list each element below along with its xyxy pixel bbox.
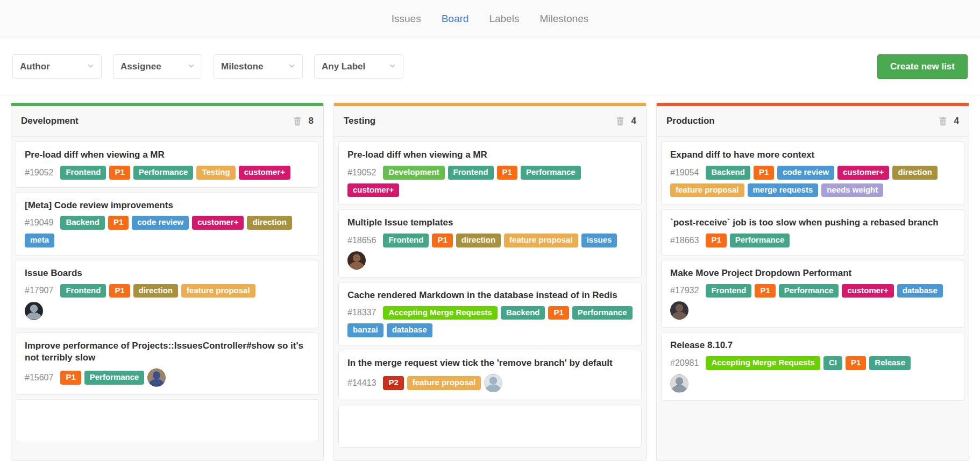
label-badge-customer[interactable]: customer+	[842, 284, 893, 298]
card-meta: #14413P2feature proposal	[347, 374, 633, 392]
label-badge-customer[interactable]: customer+	[192, 216, 244, 230]
label-badge-customer[interactable]: customer+	[347, 183, 399, 197]
tab-labels[interactable]: Labels	[489, 13, 519, 25]
avatar	[347, 251, 366, 270]
label-badge-performance[interactable]: Performance	[779, 284, 839, 298]
issue-card[interactable]: Cache rendered Markdown in the database …	[338, 282, 642, 345]
label-badge-feature-proposal[interactable]: feature proposal	[181, 284, 255, 298]
issue-card[interactable]: Issue Boards#17907FrontendP1directionfea…	[16, 260, 319, 329]
column-tools: 8	[293, 116, 314, 126]
card-meta: #19049BackendP1code reviewcustomer+direc…	[25, 216, 310, 247]
trash-icon[interactable]	[616, 117, 624, 126]
label-badge-database[interactable]: database	[897, 284, 943, 298]
tab-board[interactable]: Board	[442, 13, 469, 25]
issue-number: #19054	[670, 168, 699, 178]
label-badge-customer[interactable]: customer+	[837, 166, 889, 180]
label-badge-frontend[interactable]: Frontend	[383, 234, 429, 247]
label-badge-backend[interactable]: Backend	[706, 166, 750, 180]
label-badge-p1[interactable]: P1	[548, 306, 569, 320]
label-badge-code-review[interactable]: code review	[777, 166, 834, 180]
label-badge-customer[interactable]: customer+	[239, 166, 290, 180]
label-badge-accepting-merge-requests[interactable]: Accepting Merge Requests	[706, 356, 820, 370]
tab-milestones[interactable]: Milestones	[539, 13, 588, 25]
label-badge-ci[interactable]: CI	[823, 356, 842, 370]
label-badge-p1[interactable]: P1	[109, 166, 130, 180]
label-badge-p1[interactable]: P1	[109, 284, 130, 298]
label-badge-issues[interactable]: issues	[581, 234, 617, 247]
column-count: 4	[954, 116, 959, 126]
label-badge-direction[interactable]: direction	[456, 234, 501, 247]
tab-issues[interactable]: Issues	[392, 13, 421, 25]
label-badge-development[interactable]: Development	[383, 166, 444, 180]
label-badge-frontend[interactable]: Frontend	[60, 166, 106, 180]
filter-dropdown-milestone[interactable]: Milestone	[214, 54, 303, 79]
label-badge-p1[interactable]: P1	[846, 356, 866, 370]
board-column-production: Production4Expand diff to have more cont…	[656, 103, 969, 461]
label-badge-frontend[interactable]: Frontend	[448, 166, 494, 180]
label-badge-p1[interactable]: P1	[706, 234, 726, 247]
label-badge-backend[interactable]: Backend	[60, 216, 105, 230]
label-badge-accepting-merge-requests[interactable]: Accepting Merge Requests	[383, 306, 498, 320]
label-badge-needs-weight[interactable]: needs weight	[821, 183, 883, 197]
issue-number: #18663	[670, 236, 699, 245]
label-badge-p1[interactable]: P1	[755, 284, 775, 298]
label-badge-performance[interactable]: Performance	[572, 306, 633, 320]
issue-card[interactable]: Improve performance of Projects::IssuesC…	[16, 332, 319, 395]
label-badge-performance[interactable]: Performance	[730, 234, 790, 247]
label-badge-direction[interactable]: direction	[133, 284, 178, 298]
label-badge-p1[interactable]: P1	[497, 166, 517, 180]
issue-card[interactable]: Make Move Project Dropdown Performant#17…	[661, 260, 964, 328]
label-badge-release[interactable]: Release	[869, 356, 911, 370]
card-meta: #17932FrontendP1Performancecustomer+data…	[670, 284, 955, 320]
issue-number: #19052	[25, 168, 53, 178]
issue-card-partial[interactable]	[338, 405, 642, 448]
label-badge-p1[interactable]: P1	[754, 166, 774, 180]
label-badge-frontend[interactable]: Frontend	[60, 284, 106, 298]
issue-card-partial[interactable]	[16, 399, 319, 442]
issue-card[interactable]: Pre-load diff when viewing a MR#19052Dev…	[338, 141, 642, 205]
trash-icon[interactable]	[293, 117, 302, 126]
issue-card[interactable]: [Meta] Code review improvements#19049Bac…	[16, 192, 319, 256]
issue-card[interactable]: Pre-load diff when viewing a MR#19052Fro…	[16, 141, 319, 188]
filter-dropdown-assignee[interactable]: Assignee	[113, 54, 202, 79]
issue-card[interactable]: Multiple Issue templates#18656FrontendP1…	[338, 209, 642, 278]
filter-dropdown-author[interactable]: Author	[12, 54, 102, 79]
label-badge-merge-requests[interactable]: merge requests	[748, 183, 819, 197]
issue-number: #20981	[670, 358, 699, 368]
top-nav: IssuesBoardLabelsMilestones	[0, 0, 980, 38]
issue-card[interactable]: `post-receive` job is too slow when push…	[661, 209, 964, 256]
issue-card[interactable]: Release 8.10.7#20981Accepting Merge Requ…	[661, 332, 964, 401]
label-badge-performance[interactable]: Performance	[133, 166, 194, 180]
label-badge-feature-proposal[interactable]: feature proposal	[407, 376, 481, 390]
card-title: Expand diff to have more context	[670, 149, 955, 161]
label-badge-database[interactable]: database	[387, 323, 432, 337]
label-badge-frontend[interactable]: Frontend	[706, 284, 751, 298]
issue-number: #19049	[25, 218, 53, 228]
label-badge-performance[interactable]: Performance	[84, 371, 145, 385]
avatar-row	[25, 302, 310, 320]
label-badge-performance[interactable]: Performance	[521, 166, 581, 180]
card-title: Improve performance of Projects::IssuesC…	[25, 340, 310, 364]
trash-icon[interactable]	[939, 117, 947, 126]
label-badge-backend[interactable]: Backend	[501, 306, 545, 320]
label-badge-direction[interactable]: direction	[247, 216, 292, 230]
label-badge-p1[interactable]: P1	[60, 371, 81, 385]
issue-card[interactable]: Expand diff to have more context#19054Ba…	[661, 141, 964, 205]
label-badge-direction[interactable]: direction	[892, 166, 937, 180]
label-badge-banzai[interactable]: banzai	[347, 323, 384, 337]
label-badge-p1[interactable]: P1	[432, 234, 452, 247]
issue-card[interactable]: In the merge request view tick the 'remo…	[338, 350, 642, 400]
label-badge-feature-proposal[interactable]: feature proposal	[504, 234, 578, 247]
card-meta: #15607P1Performance	[25, 369, 310, 387]
create-new-list-button[interactable]: Create new list	[877, 54, 968, 79]
filter-bar: AuthorAssigneeMilestoneAny Label Create …	[0, 38, 980, 95]
label-badge-code-review[interactable]: code review	[132, 216, 189, 230]
label-badge-feature-proposal[interactable]: feature proposal	[670, 183, 744, 197]
board-column-development: Development8Pre-load diff when viewing a…	[11, 103, 324, 461]
label-badge-p1[interactable]: P1	[108, 216, 129, 230]
label-badge-p2[interactable]: P2	[383, 376, 403, 390]
card-meta: #18656FrontendP1directionfeature proposa…	[347, 234, 633, 270]
label-badge-testing[interactable]: Testing	[196, 166, 235, 180]
label-badge-meta[interactable]: meta	[25, 234, 54, 247]
filter-dropdown-any-label[interactable]: Any Label	[314, 54, 403, 79]
